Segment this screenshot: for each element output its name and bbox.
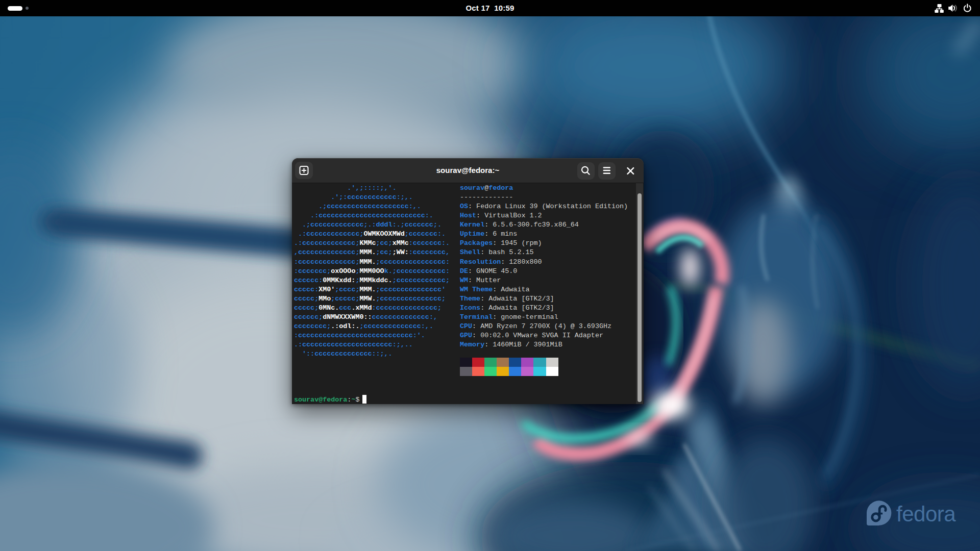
svg-text:fedora: fedora — [896, 502, 956, 526]
